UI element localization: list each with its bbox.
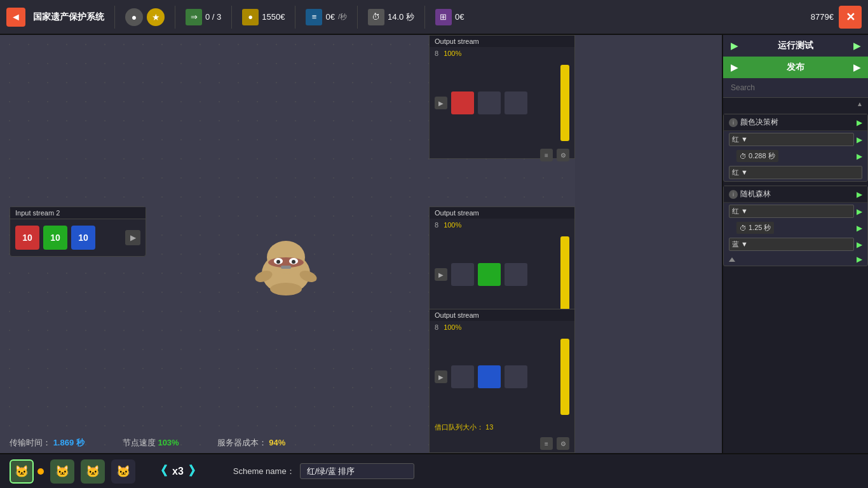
algo-2-info[interactable]: i	[729, 190, 738, 199]
algo-1-dropdown2[interactable]: 红 ▼	[729, 166, 862, 179]
stream-play-button[interactable]: ▶	[125, 230, 140, 245]
output-1-progress-fill	[560, 65, 569, 141]
divider4	[295, 6, 295, 29]
output-2-count: 8	[435, 221, 438, 229]
algo-2-play4[interactable]: ▶	[857, 240, 862, 249]
output-1-pct: 100%	[444, 50, 461, 57]
coins-stat: ● 1550€	[242, 9, 285, 25]
medals-section: ● ★	[125, 8, 165, 26]
output-2-header: Output stream	[430, 207, 574, 219]
speed-decrease-button[interactable]: 《	[154, 463, 167, 480]
output-2-stats: 8 100%	[430, 219, 574, 231]
output-1-stats: 8 100%	[430, 47, 574, 60]
output-1-count: 8	[435, 50, 438, 57]
speed-icon: ≡	[306, 9, 322, 25]
test-run-button[interactable]: ▶ 运行测试 ▶	[723, 35, 868, 57]
output-3-block-empty1	[451, 365, 474, 388]
exit-button[interactable]: ✕	[839, 6, 862, 29]
algo-2-play2[interactable]: ▶	[857, 207, 862, 216]
char-icon-2[interactable]: 🐱	[50, 459, 74, 484]
play-left-icon: ▶	[731, 41, 738, 51]
test-run-label: 运行测试	[778, 40, 813, 51]
back-button[interactable]: ◄	[6, 8, 25, 27]
algo-2-play[interactable]: ▶	[857, 190, 862, 199]
char-icon-4[interactable]: 🐱	[111, 459, 135, 484]
speed-stat: ≡ 0€ /秒	[306, 9, 347, 25]
output-stream-3: Output stream 8 100% ▶ 借口队列大小： 13 ≡ ⚙	[429, 309, 575, 453]
algo-1-timer: ⏱ 0.288 秒	[736, 150, 778, 162]
algo-2-dropdown2[interactable]: 蓝 ▼	[729, 238, 854, 251]
output-stream-1: Output stream 8 100% ▶ ≡ ⚙	[429, 35, 575, 159]
char-dot	[37, 468, 44, 475]
output-3-stats: 8 100%	[430, 321, 574, 334]
algo-2-row2: ⏱ 1.25 秒 ▶	[724, 220, 867, 236]
algo-2-timer: ⏱ 1.25 秒	[736, 222, 774, 234]
output-block-empty1	[478, 92, 501, 114]
layers-icon[interactable]: ≡	[540, 149, 553, 161]
grid-stat: ⊞ 0€	[435, 9, 464, 25]
timer-icon: ⏱	[368, 9, 384, 25]
top-bar: ◄ 国家遗产保护系统 ● ★ ⇒ 0 / 3 ● 1550€ ≡ 0€ /秒 ⏱…	[0, 0, 868, 35]
algo-1-play2[interactable]: ▶	[857, 135, 862, 144]
stream-item-green: 10	[43, 226, 67, 250]
queue-info: 借口队列大小： 13	[430, 420, 574, 435]
output-1-play[interactable]: ▶	[435, 97, 447, 109]
topbar-end: 8779€ ✕	[811, 6, 862, 29]
publish-label: 发布	[787, 62, 804, 73]
output-3-pct: 100%	[444, 323, 461, 331]
settings3-icon[interactable]: ⚙	[557, 437, 569, 450]
algo-2-title-bar: i 随机森林 ▶	[724, 186, 867, 203]
svg-point-6	[292, 260, 295, 264]
total-value: 8779€	[811, 12, 834, 22]
coins-value: 1550€	[262, 12, 285, 22]
output-1-header: Output stream	[430, 36, 574, 47]
output-3-play[interactable]: ▶	[435, 370, 447, 383]
algo-1-info[interactable]: i	[729, 118, 738, 127]
output-2-progress-fill	[560, 236, 569, 313]
speedometer2-icon: ⏱	[740, 224, 747, 232]
queue-value: 0 / 3	[205, 12, 221, 22]
algo-1-row2: ⏱ 0.288 秒 ▶	[724, 148, 867, 164]
output-2-block-green	[478, 263, 501, 286]
right-panel: ▶ 运行测试 ▶ ▶ 发布 ▶ ▲ i 颜色决策树 ▶ 红 ▼ ▶	[722, 35, 868, 453]
algo-1-play3[interactable]: ▶	[857, 152, 862, 161]
settings-icon[interactable]: ⚙	[557, 149, 569, 161]
server-label: 服务器成本： 94%	[217, 437, 286, 449]
algo-1-dropdown1[interactable]: 红 ▼	[729, 133, 854, 146]
divider3	[231, 6, 232, 29]
divider1	[114, 6, 115, 29]
algo-1-name: 颜色决策树	[740, 117, 778, 128]
output-3-footer: ≡ ⚙	[430, 435, 574, 452]
canvas-area: Input stream 2 10 10 10 ▶	[0, 35, 575, 453]
algo-card-2: i 随机森林 ▶ 红 ▼ ▶ ⏱ 1.25 秒 ▶ 蓝 ▼ ▶ ▶	[723, 186, 868, 266]
publish-button[interactable]: ▶ 发布 ▶	[723, 57, 868, 78]
char-icon-3[interactable]: 🐱	[81, 459, 105, 484]
scroll-up-arrow[interactable]: ▲	[857, 100, 863, 107]
stream-items: 10 10 10 ▶	[10, 219, 146, 256]
output-3-progress-fill	[560, 339, 569, 415]
algo-2-arrow-right[interactable]: ▶	[857, 255, 862, 264]
server-val: 94%	[269, 438, 285, 447]
speedometer-icon: ⏱	[740, 152, 747, 160]
output-2-content: ▶	[430, 231, 574, 318]
char-icon-1[interactable]: 🐱	[10, 459, 34, 484]
output-2-pct: 100%	[444, 221, 461, 229]
output-2-play[interactable]: ▶	[435, 268, 447, 281]
queue-stat: ⇒ 0 / 3	[186, 9, 221, 25]
algo-2-dropdown1[interactable]: 红 ▼	[729, 205, 854, 218]
app-title: 国家遗产保护系统	[33, 11, 104, 23]
scheme-name-input[interactable]	[300, 463, 414, 479]
algo-2-play3[interactable]: ▶	[857, 224, 862, 233]
stream-item-red: 10	[15, 226, 39, 250]
speed-unit: /秒	[338, 12, 347, 22]
svg-point-5	[276, 260, 280, 264]
search-input[interactable]	[723, 78, 868, 98]
algo-1-play[interactable]: ▶	[857, 118, 862, 127]
speed-value: x3	[172, 466, 184, 477]
triangle-up-icon	[729, 257, 735, 262]
character-svg	[254, 238, 318, 295]
speed-increase-button[interactable]: 》	[189, 463, 201, 480]
output-block-red	[451, 92, 474, 114]
output-3-content: ▶	[430, 334, 574, 420]
layers3-icon[interactable]: ≡	[540, 437, 553, 450]
